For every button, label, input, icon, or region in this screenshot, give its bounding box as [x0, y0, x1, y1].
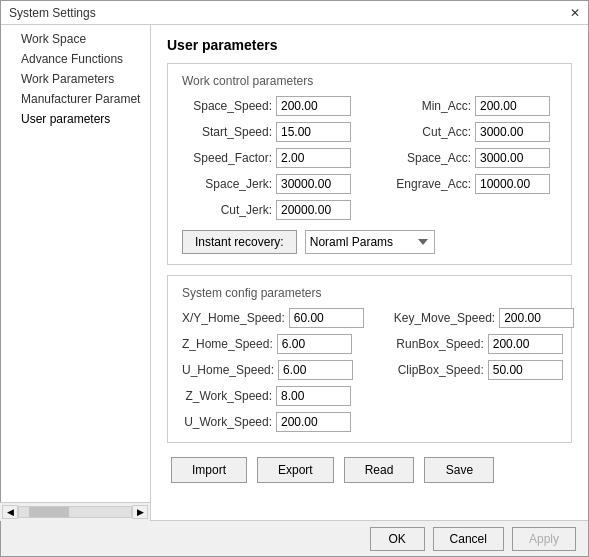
runbox-speed-label: RunBox_Speed: — [394, 337, 484, 351]
panel-title: User parameters — [167, 37, 572, 53]
speed-factor-label: Speed_Factor: — [182, 151, 272, 165]
param-row-space-acc: Space_Acc: — [381, 148, 550, 168]
param-row-xy-home-speed: X/Y_Home_Speed: — [182, 308, 364, 328]
scroll-track — [18, 506, 132, 518]
scroll-right-arrow[interactable]: ▶ — [132, 505, 148, 519]
sidebar-item-work-parameters[interactable]: Work Parameters — [1, 69, 150, 89]
work-control-section: Work control parameters Space_Speed: Sta… — [167, 63, 572, 265]
z-home-speed-input[interactable] — [277, 334, 352, 354]
param-row-start-speed: Start_Speed: — [182, 122, 351, 142]
space-jerk-label: Space_Jerk: — [182, 177, 272, 191]
engrave-acc-label: Engrave_Acc: — [381, 177, 471, 191]
window-title: System Settings — [9, 6, 96, 20]
z-work-speed-input[interactable] — [276, 386, 351, 406]
param-row-u-home-speed: U_Home_Speed: — [182, 360, 364, 380]
space-speed-label: Space_Speed: — [182, 99, 272, 113]
sidebar-item-work-space[interactable]: Work Space — [1, 29, 150, 49]
cut-jerk-label: Cut_Jerk: — [182, 203, 272, 217]
system-config-params-grid: X/Y_Home_Speed: Z_Home_Speed: U_Home_Spe… — [182, 308, 557, 432]
scroll-left-arrow[interactable]: ◀ — [2, 505, 18, 519]
import-button[interactable]: Import — [171, 457, 247, 483]
cut-jerk-input[interactable] — [276, 200, 351, 220]
sidebar-item-manufacturer-paramet[interactable]: Manufacturer Paramet — [1, 89, 150, 109]
key-move-speed-input[interactable] — [499, 308, 574, 328]
param-row-cut-acc: Cut_Acc: — [381, 122, 550, 142]
param-row-cut-jerk: Cut_Jerk: — [182, 200, 351, 220]
min-acc-label: Min_Acc: — [381, 99, 471, 113]
space-acc-input[interactable] — [475, 148, 550, 168]
scroll-thumb[interactable] — [29, 507, 69, 517]
work-control-left-col: Space_Speed: Start_Speed: Speed_Factor: — [182, 96, 351, 220]
sidebar-item-user-parameters[interactable]: User parameters — [1, 109, 150, 129]
space-speed-input[interactable] — [276, 96, 351, 116]
work-control-right-col: Min_Acc: Cut_Acc: Space_Acc: Engrav — [381, 96, 550, 220]
ok-button[interactable]: OK — [370, 527, 425, 551]
sidebar-item-advance-functions[interactable]: Advance Functions — [1, 49, 150, 69]
work-control-params-grid: Space_Speed: Start_Speed: Speed_Factor: — [182, 96, 557, 220]
read-button[interactable]: Read — [344, 457, 415, 483]
u-work-speed-input[interactable] — [276, 412, 351, 432]
close-button[interactable]: ✕ — [570, 6, 580, 20]
cut-acc-input[interactable] — [475, 122, 550, 142]
sidebar: Work Space Advance Functions Work Parame… — [1, 25, 151, 520]
cut-acc-label: Cut_Acc: — [381, 125, 471, 139]
title-bar: System Settings ✕ — [1, 1, 588, 25]
runbox-speed-input[interactable] — [488, 334, 563, 354]
space-jerk-input[interactable] — [276, 174, 351, 194]
xy-home-speed-label: X/Y_Home_Speed: — [182, 311, 285, 325]
u-home-speed-label: U_Home_Speed: — [182, 363, 274, 377]
cancel-button[interactable]: Cancel — [433, 527, 504, 551]
save-button[interactable]: Save — [424, 457, 494, 483]
param-row-z-home-speed: Z_Home_Speed: — [182, 334, 364, 354]
xy-home-speed-input[interactable] — [289, 308, 364, 328]
param-row-min-acc: Min_Acc: — [381, 96, 550, 116]
work-control-label: Work control parameters — [182, 74, 557, 88]
param-row-space-jerk: Space_Jerk: — [182, 174, 351, 194]
space-acc-label: Space_Acc: — [381, 151, 471, 165]
instant-recovery-button[interactable]: Instant recovery: — [182, 230, 297, 254]
param-row-u-work-speed: U_Work_Speed: — [182, 412, 364, 432]
system-config-section: System config parameters X/Y_Home_Speed:… — [167, 275, 572, 443]
export-button[interactable]: Export — [257, 457, 334, 483]
start-speed-label: Start_Speed: — [182, 125, 272, 139]
z-work-speed-label: Z_Work_Speed: — [182, 389, 272, 403]
instant-recovery-select[interactable]: Noraml Params Fast Params Slow Params — [305, 230, 435, 254]
param-row-key-move-speed: Key_Move_Speed: — [394, 308, 574, 328]
param-row-engrave-acc: Engrave_Acc: — [381, 174, 550, 194]
z-home-speed-label: Z_Home_Speed: — [182, 337, 273, 351]
action-buttons-row: Import Export Read Save — [167, 457, 572, 483]
param-row-speed-factor: Speed_Factor: — [182, 148, 351, 168]
main-panel: User parameters Work control parameters … — [151, 25, 588, 520]
system-config-label: System config parameters — [182, 286, 557, 300]
speed-factor-input[interactable] — [276, 148, 351, 168]
clipbox-speed-label: ClipBox_Speed: — [394, 363, 484, 377]
instant-recovery-row: Instant recovery: Noraml Params Fast Par… — [182, 230, 557, 254]
u-work-speed-label: U_Work_Speed: — [182, 415, 272, 429]
system-config-left-col: X/Y_Home_Speed: Z_Home_Speed: U_Home_Spe… — [182, 308, 364, 432]
footer: OK Cancel Apply — [1, 520, 588, 556]
start-speed-input[interactable] — [276, 122, 351, 142]
system-config-right-col: Key_Move_Speed: RunBox_Speed: ClipBox_Sp… — [394, 308, 574, 432]
param-row-clipbox-speed: ClipBox_Speed: — [394, 360, 574, 380]
content-area: Work Space Advance Functions Work Parame… — [1, 25, 588, 520]
param-row-runbox-speed: RunBox_Speed: — [394, 334, 574, 354]
min-acc-input[interactable] — [475, 96, 550, 116]
param-row-space-speed: Space_Speed: — [182, 96, 351, 116]
u-home-speed-input[interactable] — [278, 360, 353, 380]
system-settings-window: System Settings ✕ Work Space Advance Fun… — [0, 0, 589, 557]
engrave-acc-input[interactable] — [475, 174, 550, 194]
key-move-speed-label: Key_Move_Speed: — [394, 311, 495, 325]
clipbox-speed-input[interactable] — [488, 360, 563, 380]
param-row-z-work-speed: Z_Work_Speed: — [182, 386, 364, 406]
apply-button[interactable]: Apply — [512, 527, 576, 551]
